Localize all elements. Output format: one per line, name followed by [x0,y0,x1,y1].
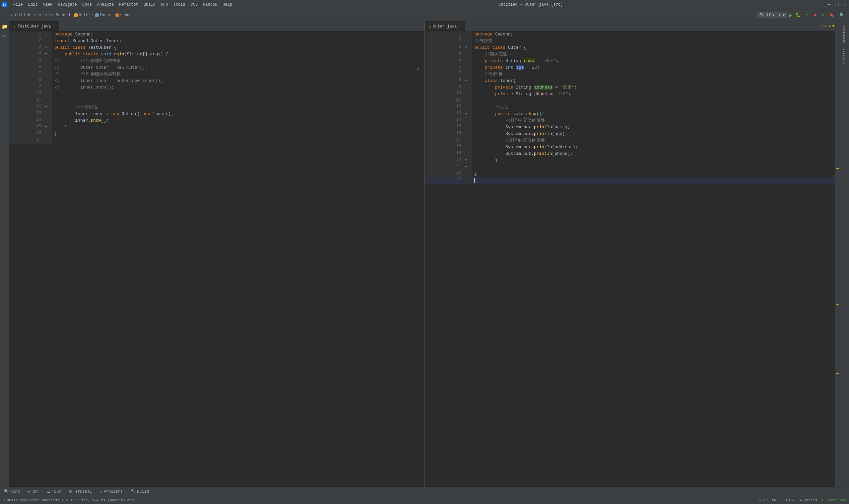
line-ending[interactable]: CRLF [772,498,781,502]
nav-back-button[interactable]: ← [3,12,10,19]
menu-window[interactable]: Window [200,2,220,7]
menu-tools[interactable]: Tools [171,2,188,7]
sidebar-project-icon[interactable]: 📁 [1,22,8,31]
menu-code[interactable]: Code [79,2,94,7]
run-tool-button[interactable]: ▶ Run [26,488,40,495]
toolbar: ← untitled › src › src › Second › ⬤ Oute… [0,9,849,21]
chevron-down-icon: ▼ [782,13,785,18]
problems-label: Problems [104,489,123,494]
table-row: 2 //外部类 [425,38,840,44]
chevron-up-icon[interactable]: ▲ [829,24,831,28]
app-logo: IJ [1,1,8,8]
run-config-label: TestOuter [759,13,781,18]
menu-edit[interactable]: Edit [25,2,40,7]
menu-navigate[interactable]: Navigate [55,2,79,7]
sidebar-favorites-label[interactable]: Favorites [842,46,847,69]
java-file-icon: ☕ [13,24,16,29]
table-row: 13 Inner inner = new Outer().new Inner()… [9,111,424,118]
tab-testouter[interactable]: ☕ TestOuter.java ✕ [9,21,59,31]
menu-view[interactable]: View [40,2,55,7]
event-log-button[interactable]: ① Event Log [821,498,846,502]
indent-info[interactable]: 4 spaces [799,498,817,502]
build-label: Build [137,489,149,494]
tab-outer-label: Outer.java [433,24,457,29]
run-config-selector[interactable]: TestOuter ▼ [757,12,787,18]
debug-button[interactable]: 🐛 [794,12,802,18]
cursor-position[interactable]: 23:1 [759,498,768,502]
todo-tool-button[interactable]: ☰ TODO [46,488,63,495]
table-row: 12 //方法 [425,104,840,111]
build-tool-button[interactable]: 🔨 Build [129,488,150,495]
table-row: 16 } [9,131,424,137]
tab-testouter-label: TestOuter.java [18,24,51,29]
breadcrumb-src1[interactable]: src [34,13,41,18]
menu-refactor[interactable]: Refactor [116,2,141,7]
table-row: 2 import Second.Outer.Inner; [9,38,424,44]
table-row: 5 private String name = "张三"; [425,58,840,64]
search-everywhere-button[interactable]: 🔍 [837,12,846,18]
problems-tool-button[interactable]: ⚠ Problems [98,488,124,495]
table-row: 20 ▼ } [425,157,840,164]
find-tool-button[interactable]: 🔍 Find [3,488,21,495]
table-row: 15 ▼ } [9,124,424,131]
status-right-area: 23:1 CRLF UTF-8 4 spaces ① Event Log [759,498,846,502]
tab-outer-close-icon[interactable]: ✕ [459,24,461,29]
menubar: IJ File Edit View Navigate Code Analyze … [0,0,849,9]
table-row: 14 inner.show(); [9,118,424,124]
table-row: 22 } [425,170,840,177]
build-success-icon: ✓ [3,497,5,503]
tab-close-icon[interactable]: ✕ [53,24,55,29]
table-row: 12 ▼ //一步到位 [9,104,424,111]
right-sidebar: Structure Favorites [840,21,849,487]
terminal-tool-button[interactable]: ▣ Terminal [68,488,93,495]
table-row: 10 [9,91,424,97]
sidebar-commit-icon[interactable]: ⊡ [1,32,8,40]
breadcrumb-inner[interactable]: Inner [100,13,111,18]
menu-vcs[interactable]: VCS [188,2,201,7]
search-icon: 🔍 [4,489,9,494]
menu-help[interactable]: Help [220,2,235,7]
right-editor-tabs: ☕ Outer.java ✕ ⚠ 8 ▲ ▼ [425,21,840,31]
find-label: Find [10,489,20,494]
bottom-toolbar: 🔍 Find ▶ Run ☰ TODO ▣ Terminal ⚠ Problem… [0,487,849,496]
table-row: 17 [9,137,424,144]
warning-marker-1 [836,168,839,169]
breadcrumb-outer[interactable]: Outer [78,13,91,18]
bookmark-button[interactable]: 🔖 [827,12,836,18]
breadcrumb-show[interactable]: show [120,13,130,18]
close-button[interactable]: ✕ [842,2,848,7]
tab-outer[interactable]: ☕ Outer.java ✕ [425,21,465,31]
sidebar-structure-label[interactable]: Structure [842,22,847,46]
left-code-area[interactable]: 1 package Second; 2 import Second.Outer.… [9,31,424,487]
breadcrumb-src2[interactable]: src [45,13,52,18]
list-icon: ☰ [47,489,50,494]
menu-run[interactable]: Run [158,2,171,7]
breadcrumb-project[interactable]: untitled [11,13,31,18]
chevron-down2-icon[interactable]: ▼ [832,24,834,28]
right-editor-panel: ☕ Outer.java ✕ ⚠ 8 ▲ ▼ 1 [425,21,840,487]
breadcrumb-outer-icon: ⬤ [74,13,78,18]
left-editor-panel: ☕ TestOuter.java ✕ 1 package Second; [9,21,425,487]
right-code-area[interactable]: 1 package Second; 2 //外部类 3 [425,31,840,487]
table-row: 3 ▼ public class TestOuter { [9,44,424,51]
run-icon: ▶ [28,489,30,494]
breadcrumb: untitled › src › src › Second › ⬤ Outer … [11,13,130,18]
coverage-button[interactable]: ☂ [804,12,810,18]
main-area: 📁 ⊡ ☕ TestOuter.java ✕ 1 [0,21,849,487]
table-row: 23 [425,177,840,184]
encoding[interactable]: UTF-8 [785,498,796,502]
sync-button[interactable]: ↻ [819,12,826,18]
warnings-indicator: ⚠ 8 ▲ ▼ [822,21,840,31]
warning-triangle-icon: ⚠ [822,24,824,28]
left-editor-tabs: ☕ TestOuter.java ✕ [9,21,424,31]
java-file-icon-outer: ☕ [429,24,431,29]
stop-button[interactable]: ■ [812,12,818,18]
menu-file[interactable]: File [11,2,25,7]
menu-analyze[interactable]: Analyze [94,2,116,7]
table-row: 7 //内部类 [425,71,840,77]
menu-build[interactable]: Build [141,2,158,7]
breadcrumb-second[interactable]: Second [56,13,70,18]
minimize-button[interactable]: ─ [827,2,832,7]
run-button[interactable]: ▶ [789,12,792,19]
maximize-button[interactable]: □ [834,2,840,7]
